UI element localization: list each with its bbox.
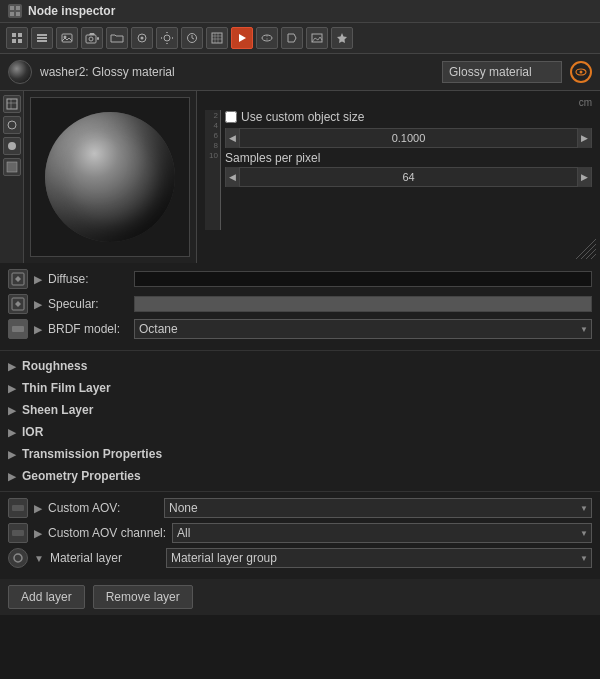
object-icon[interactable] xyxy=(256,27,278,49)
custom-aov-label: Custom AOV: xyxy=(48,501,158,515)
toolbar xyxy=(0,23,600,54)
svg-rect-2 xyxy=(10,12,14,16)
camera-icon[interactable] xyxy=(81,27,103,49)
side-icon-2[interactable] xyxy=(3,116,21,134)
image-icon[interactable] xyxy=(56,27,78,49)
custom-aov-expand-arrow[interactable]: ▶ xyxy=(34,503,42,514)
side-icon-4[interactable] xyxy=(3,158,21,176)
custom-aov-channel-dropdown-wrapper: All R G B A ▼ xyxy=(172,523,592,543)
svg-rect-11 xyxy=(62,34,72,42)
thin-film-label: Thin Film Layer xyxy=(22,381,111,395)
object-size-left-arrow[interactable]: ◀ xyxy=(226,128,240,148)
transmission-arrow: ▶ xyxy=(8,449,16,460)
svg-rect-1 xyxy=(16,6,20,10)
custom-aov-channel-label: Custom AOV channel: xyxy=(48,526,166,540)
material-layer-select[interactable]: Material layer group None xyxy=(166,548,592,568)
ruler-tick-8: 8 xyxy=(205,142,220,150)
layer-buttons-bar: Add layer Remove layer xyxy=(0,579,600,615)
bottom-section: ▶ Custom AOV: None AOV 1 AOV 2 ▼ ▶ Custo… xyxy=(0,491,600,579)
diffuse-row: ▶ Diffuse: xyxy=(8,269,592,289)
tag-icon[interactable] xyxy=(281,27,303,49)
ior-section[interactable]: ▶ IOR xyxy=(8,421,592,443)
object-size-right-arrow[interactable]: ▶ xyxy=(577,128,591,148)
brdf-dropdown-wrapper: Octane Beckmann GGX Ward ▼ xyxy=(134,319,592,339)
texture-icon[interactable] xyxy=(206,27,228,49)
svg-point-18 xyxy=(164,35,170,41)
ruler: 2 4 6 8 10 xyxy=(205,110,221,230)
sheen-section[interactable]: ▶ Sheen Layer xyxy=(8,399,592,421)
side-icon-1[interactable] xyxy=(3,95,21,113)
material-layer-collapse-arrow[interactable]: ▼ xyxy=(34,553,44,564)
samples-left-arrow[interactable]: ◀ xyxy=(226,167,240,187)
add-layer-button[interactable]: Add layer xyxy=(8,585,85,609)
svg-rect-43 xyxy=(7,162,17,172)
star-icon[interactable] xyxy=(331,27,353,49)
custom-aov-channel-select[interactable]: All R G B A xyxy=(172,523,592,543)
settings-panel: cm 2 4 6 8 10 Use custom object size xyxy=(197,91,600,263)
folder-icon[interactable] xyxy=(106,27,128,49)
specular-expand-arrow[interactable]: ▶ xyxy=(34,299,42,310)
roughness-arrow: ▶ xyxy=(8,361,16,372)
title-bar: Node inspector xyxy=(0,0,600,23)
remove-layer-button[interactable]: Remove layer xyxy=(93,585,193,609)
material-preview-container xyxy=(30,97,190,257)
geometry-section[interactable]: ▶ Geometry Properties xyxy=(8,465,592,487)
material-type-select[interactable]: Glossy material Diffuse material Specula… xyxy=(442,61,562,83)
image2-icon[interactable] xyxy=(306,27,328,49)
geometry-arrow: ▶ xyxy=(8,471,16,482)
window-title: Node inspector xyxy=(28,4,115,18)
samples-right-arrow[interactable]: ▶ xyxy=(577,167,591,187)
render-icon[interactable] xyxy=(231,27,253,49)
eye-icon-button[interactable] xyxy=(570,61,592,83)
transmission-label: Transmission Properties xyxy=(22,447,162,461)
svg-rect-6 xyxy=(12,39,16,43)
samples-slider[interactable]: ◀ 64 ▶ xyxy=(225,167,592,187)
roughness-section[interactable]: ▶ Roughness xyxy=(8,355,592,377)
custom-aov-channel-icon[interactable] xyxy=(8,523,28,543)
shapes-icon[interactable] xyxy=(131,27,153,49)
custom-aov-icon[interactable] xyxy=(8,498,28,518)
svg-line-47 xyxy=(591,254,596,259)
material-header: washer2: Glossy material Glossy material… xyxy=(0,54,600,91)
diffuse-expand-arrow[interactable]: ▶ xyxy=(34,274,42,285)
brdf-select[interactable]: Octane Beckmann GGX Ward xyxy=(134,319,592,339)
material-preview-ball xyxy=(8,60,32,84)
diagonal-decoration xyxy=(576,239,596,259)
custom-size-label[interactable]: Use custom object size xyxy=(225,110,364,124)
clock-icon[interactable] xyxy=(181,27,203,49)
custom-aov-channel-expand-arrow[interactable]: ▶ xyxy=(34,528,42,539)
specular-value-bar[interactable] xyxy=(134,296,592,312)
brdf-icon[interactable] xyxy=(8,319,28,339)
svg-rect-3 xyxy=(16,12,20,16)
svg-rect-50 xyxy=(12,326,24,332)
brdf-row: ▶ BRDF model: Octane Beckmann GGX Ward ▼ xyxy=(8,319,592,339)
diffuse-value-bar[interactable] xyxy=(134,271,592,287)
brdf-expand-arrow[interactable]: ▶ xyxy=(34,324,42,335)
light-icon[interactable] xyxy=(156,27,178,49)
transmission-section[interactable]: ▶ Transmission Properties xyxy=(8,443,592,465)
material-layer-icon[interactable] xyxy=(8,548,28,568)
grid-icon[interactable] xyxy=(6,27,28,49)
ruler-tick-4: 4 xyxy=(205,122,220,130)
material-layer-label: Material layer xyxy=(50,551,160,565)
object-size-slider[interactable]: ◀ 0.1000 ▶ xyxy=(225,128,592,148)
custom-aov-select[interactable]: None AOV 1 AOV 2 xyxy=(164,498,592,518)
list-icon[interactable] xyxy=(31,27,53,49)
diffuse-icon[interactable] xyxy=(8,269,28,289)
side-icon-3[interactable] xyxy=(3,137,21,155)
custom-size-checkbox[interactable] xyxy=(225,111,237,123)
svg-marker-31 xyxy=(239,34,246,42)
specular-row: ▶ Specular: xyxy=(8,294,592,314)
properties-section: ▶ Diffuse: ▶ Specular: ▶ BRDF model: Oct… xyxy=(0,263,600,351)
samples-label: Samples per pixel xyxy=(225,151,592,165)
custom-size-row: Use custom object size xyxy=(225,110,592,124)
material-dropdown-wrapper: Glossy material Diffuse material Specula… xyxy=(442,61,562,83)
specular-icon[interactable] xyxy=(8,294,28,314)
thin-film-section[interactable]: ▶ Thin Film Layer xyxy=(8,377,592,399)
svg-line-46 xyxy=(586,249,596,259)
custom-aov-dropdown-wrapper: None AOV 1 AOV 2 ▼ xyxy=(164,498,592,518)
ior-label: IOR xyxy=(22,425,43,439)
svg-rect-51 xyxy=(12,505,24,511)
svg-line-44 xyxy=(576,239,596,259)
cm-label: cm xyxy=(205,97,592,108)
